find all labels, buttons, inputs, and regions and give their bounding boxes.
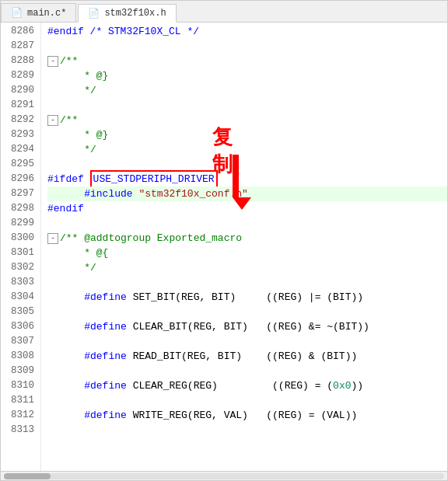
code-line-8303 bbox=[47, 275, 447, 290]
code-area: 8286 8287 8288 8289 8290 8291 8292 8293 … bbox=[1, 23, 447, 471]
code-macro: SET_BIT(REG, BIT) ((REG) |= (BIT)) bbox=[133, 290, 363, 305]
code-macro-close: )) bbox=[351, 378, 363, 393]
line-num-8303: 8303 bbox=[1, 275, 34, 290]
code-text: * @} bbox=[60, 127, 108, 142]
line-num-8310: 8310 bbox=[1, 378, 34, 393]
code-text: #define bbox=[60, 290, 133, 305]
code-line-8310: #define CLEAR_REG(REG) ((REG) = (0x0)) bbox=[47, 378, 447, 393]
line-num-8294: 8294 bbox=[1, 142, 34, 157]
line-num-8304: 8304 bbox=[1, 290, 34, 305]
line-num-8308: 8308 bbox=[1, 349, 34, 364]
code-line-8307 bbox=[47, 334, 447, 349]
code-line-8300: - /** @addtogroup Exported_macro bbox=[47, 231, 447, 246]
horizontal-scrollbar[interactable] bbox=[1, 471, 447, 480]
code-line-8308: #define READ_BIT(REG, BIT) ((REG) & (BIT… bbox=[47, 349, 447, 364]
line-num-8295: 8295 bbox=[1, 157, 34, 172]
code-line-8312: #define WRITE_REG(REG, VAL) ((REG) = (VA… bbox=[47, 408, 447, 423]
code-text: */ bbox=[60, 83, 96, 98]
code-line-8313 bbox=[47, 423, 447, 437]
tab-stm32f10x-h[interactable]: 📄 stm32f10x.h bbox=[78, 4, 176, 23]
code-line-8309 bbox=[47, 364, 447, 378]
tab-main-c[interactable]: 📄 main.c* bbox=[1, 3, 76, 22]
line-numbers: 8286 8287 8288 8289 8290 8291 8292 8293 … bbox=[1, 23, 41, 471]
line-num-8307: 8307 bbox=[1, 334, 34, 349]
editor-container: 📄 main.c* 📄 stm32f10x.h 8286 8287 8288 8… bbox=[0, 0, 448, 481]
code-text: #ifdef bbox=[47, 172, 90, 186]
line-num-8286: 8286 bbox=[1, 24, 34, 39]
line-num-8293: 8293 bbox=[1, 127, 34, 142]
code-line-8293: * @} bbox=[47, 127, 447, 142]
code-number: 0x0 bbox=[333, 378, 351, 393]
scrollbar-track bbox=[4, 473, 444, 479]
code-text: */ bbox=[60, 142, 96, 157]
code-line-8311 bbox=[47, 393, 447, 408]
line-num-8311: 8311 bbox=[1, 393, 34, 408]
code-text: #define bbox=[60, 349, 133, 364]
code-line-8305 bbox=[47, 305, 447, 319]
code-line-8286: #endif /* STM32F10X_CL */ bbox=[47, 24, 447, 39]
fold-icon-8292[interactable]: - bbox=[47, 115, 58, 126]
fold-icon-8300[interactable]: - bbox=[47, 233, 58, 244]
line-num-8296: 8296 bbox=[1, 172, 34, 186]
line-num-8290: 8290 bbox=[1, 83, 34, 98]
code-text: * @} bbox=[60, 68, 108, 83]
line-num-8292: 8292 bbox=[1, 113, 34, 127]
code-line-8287 bbox=[47, 39, 447, 54]
code-line-8298: #endif bbox=[47, 201, 447, 216]
code-macro: CLEAR_BIT(REG, BIT) ((REG) &= ~(BIT)) bbox=[133, 319, 369, 334]
code-line-8306: #define CLEAR_BIT(REG, BIT) ((REG) &= ~(… bbox=[47, 319, 447, 334]
line-num-8309: 8309 bbox=[1, 364, 34, 378]
line-num-8287: 8287 bbox=[1, 39, 34, 54]
code-text: #define bbox=[60, 319, 133, 334]
line-num-8297: 8297 bbox=[1, 186, 34, 201]
line-num-8313: 8313 bbox=[1, 423, 34, 437]
line-num-8298: 8298 bbox=[1, 201, 34, 216]
tab-bar: 📄 main.c* 📄 stm32f10x.h bbox=[1, 1, 447, 23]
fold-icon-8288[interactable]: - bbox=[47, 56, 58, 67]
line-num-8301: 8301 bbox=[1, 246, 34, 260]
code-line-8302: */ bbox=[47, 260, 447, 275]
file-icon-2: 📄 bbox=[88, 8, 100, 19]
code-text: #endif bbox=[47, 201, 84, 216]
scrollbar-thumb[interactable] bbox=[4, 473, 51, 479]
code-line-8289: * @} bbox=[47, 68, 447, 83]
line-num-8306: 8306 bbox=[1, 319, 34, 334]
code-macro: CLEAR_REG(REG) ((REG) = ( bbox=[133, 378, 333, 393]
code-line-8299 bbox=[47, 216, 447, 231]
code-line-8292: - /** bbox=[47, 113, 447, 127]
line-num-8289: 8289 bbox=[1, 68, 34, 83]
code-text: #endif /* STM32F10X_CL */ bbox=[47, 24, 199, 39]
highlighted-define: USE_STDPERIPH_DRIVER bbox=[90, 170, 218, 188]
code-text: */ bbox=[60, 260, 96, 275]
code-line-8288: - /** bbox=[47, 54, 447, 68]
code-line-8296: #ifdef USE_STDPERIPH_DRIVER bbox=[47, 172, 447, 186]
code-text: /** bbox=[60, 113, 78, 127]
code-text-string: "stm32f10x_conf.h" bbox=[138, 186, 247, 201]
file-icon: 📄 bbox=[11, 7, 23, 19]
line-num-8305: 8305 bbox=[1, 305, 34, 319]
code-line-8301: * @{ bbox=[47, 246, 447, 260]
line-num-8302: 8302 bbox=[1, 260, 34, 275]
code-line-8291 bbox=[47, 98, 447, 113]
tab-label: main.c* bbox=[27, 8, 66, 19]
code-text: /** bbox=[60, 54, 78, 68]
line-num-8299: 8299 bbox=[1, 216, 34, 231]
line-num-8300: 8300 bbox=[1, 231, 34, 246]
code-text: #include bbox=[60, 186, 138, 201]
tab-label-2: stm32f10x.h bbox=[104, 8, 166, 19]
code-text: * @{ bbox=[60, 246, 108, 260]
code-line-8297: #include "stm32f10x_conf.h" bbox=[47, 186, 447, 201]
line-num-8291: 8291 bbox=[1, 98, 34, 113]
line-num-8312: 8312 bbox=[1, 408, 34, 423]
code-macro: READ_BIT(REG, BIT) ((REG) & (BIT)) bbox=[133, 349, 358, 364]
code-text: /** @addtogroup Exported_macro bbox=[60, 231, 242, 246]
code-line-8304: #define SET_BIT(REG, BIT) ((REG) |= (BIT… bbox=[47, 290, 447, 305]
code-content: #endif /* STM32F10X_CL */ - /** * @} */ bbox=[41, 23, 447, 471]
line-num-8288: 8288 bbox=[1, 54, 34, 68]
code-text: #define bbox=[60, 408, 133, 423]
code-macro: WRITE_REG(REG, VAL) ((REG) = (VAL)) bbox=[133, 408, 358, 423]
code-text: #define bbox=[60, 378, 133, 393]
code-line-8294: */ bbox=[47, 142, 447, 157]
code-line-8290: */ bbox=[47, 83, 447, 98]
